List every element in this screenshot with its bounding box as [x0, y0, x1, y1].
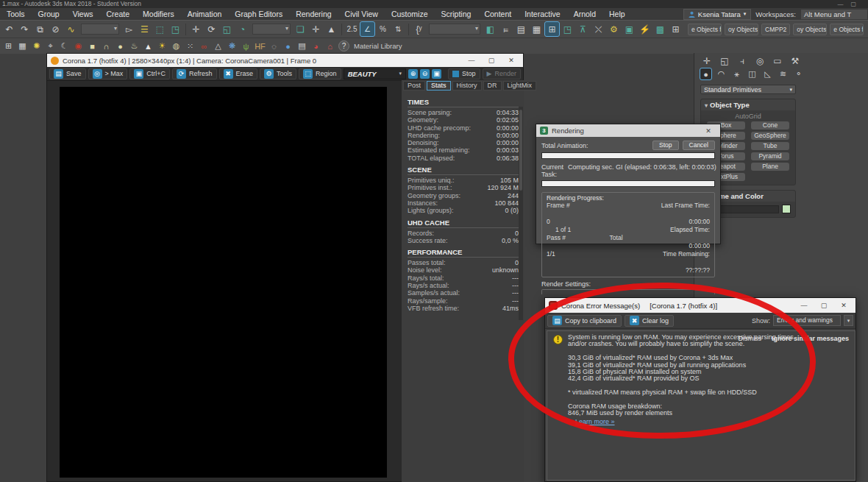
zoom-in-icon[interactable]: ⊕	[408, 69, 418, 79]
curve-editor-icon[interactable]: ◳	[561, 22, 574, 36]
scene-explorer-icon[interactable]: ▤	[514, 22, 528, 36]
minimize-icon[interactable]: —	[463, 57, 480, 64]
menu-item[interactable]: Help	[602, 8, 632, 20]
light-icon[interactable]: ✺	[30, 40, 43, 52]
video-camera-icon[interactable]: ◉	[72, 40, 85, 52]
undo-icon[interactable]: ↶	[2, 22, 16, 36]
fur-flower-icon[interactable]: ❋	[226, 40, 238, 52]
create-tab-icon[interactable]: ✛	[700, 55, 714, 66]
primitives-dropdown[interactable]: Standard Primitives ▾	[700, 85, 796, 94]
stop-button[interactable]: Stop	[448, 68, 480, 79]
primitive-button[interactable]: Cone	[751, 121, 789, 130]
rotate-icon[interactable]: ⟳	[204, 22, 218, 36]
render-ball-icon[interactable]: ◕	[310, 40, 322, 52]
maximize-icon[interactable]: ▢	[483, 57, 499, 64]
grass-icon[interactable]: ψ	[240, 40, 252, 52]
app-minimize-icon[interactable]: —	[837, 1, 850, 7]
render-flags-icon[interactable]: ⊞	[669, 22, 683, 36]
display-tab-icon[interactable]: ▭	[771, 55, 784, 66]
vfb-tab[interactable]: Post	[403, 81, 425, 91]
mirror-tools-icon[interactable]: ⤬	[591, 22, 605, 36]
primitive-button[interactable]: Plane	[751, 163, 789, 171]
custom-script-button[interactable]: e Objects from	[688, 24, 722, 35]
spinner-snap-icon[interactable]: ⇅	[391, 22, 405, 36]
snaps-toggle-icon[interactable]: 2.5	[345, 22, 359, 36]
scrollbar[interactable]	[519, 107, 523, 320]
systems-icon[interactable]: ⚬	[793, 68, 804, 79]
send-to-max-button[interactable]: ◎ > Max	[88, 68, 128, 79]
object-color-swatch[interactable]	[782, 205, 791, 213]
mirror-icon[interactable]: ◧	[483, 22, 497, 36]
dismiss-link[interactable]: Dismiss	[738, 335, 761, 342]
menu-item[interactable]: Content	[477, 8, 518, 20]
vfb-tab[interactable]: DR	[483, 81, 502, 91]
modify-tab-icon[interactable]: ◱	[718, 55, 731, 66]
render-production-icon[interactable]: ⚡	[638, 22, 652, 36]
render-button[interactable]: ▶ Render	[483, 68, 521, 79]
custom-script-button[interactable]: oy Objects to F	[725, 24, 758, 35]
render-pass-dropdown[interactable]: BEAUTY ▾	[344, 68, 406, 79]
cone-icon[interactable]: ▲	[142, 40, 154, 52]
spacewarps-icon[interactable]: ≋	[778, 68, 789, 79]
copy-to-clipboard-button[interactable]: ▤ Copy to clipboard	[547, 315, 622, 327]
select-by-name-icon[interactable]: ☰	[138, 22, 152, 36]
moon-icon[interactable]: ☾	[58, 40, 71, 52]
membrane-icon[interactable]: ◌	[268, 40, 280, 52]
rect-selection-icon[interactable]: ⬚	[153, 22, 167, 36]
use-center-icon[interactable]: ✛	[309, 22, 323, 36]
lights-icon[interactable]: ⚹	[731, 68, 742, 79]
menu-item[interactable]: Interactive	[518, 8, 566, 20]
region-button[interactable]: ⬚ Region	[299, 68, 341, 79]
named-selection-dropdown[interactable]	[429, 24, 480, 35]
utilities-tab-icon[interactable]: ⚒	[789, 55, 802, 66]
vfb-tab[interactable]: LightMix	[503, 81, 537, 91]
unlink-icon[interactable]: ⊘	[49, 22, 63, 36]
object-type-rollout-header[interactable]: ▾Object Type	[701, 99, 795, 110]
ribbon-icon[interactable]: ⊞	[545, 22, 559, 36]
user-account-button[interactable]: Ksenia Tatara ▾	[683, 9, 751, 20]
motion-tab-icon[interactable]: ◎	[753, 55, 766, 66]
sphere-icon[interactable]: ●	[114, 40, 127, 52]
scatter-icon[interactable]: ⁙	[184, 40, 196, 52]
chevron-down-icon[interactable]: ▾	[844, 315, 853, 326]
viewport-layout-icon[interactable]: ⊞	[2, 40, 15, 52]
box-primitive-icon[interactable]: ■	[86, 40, 99, 52]
hierarchy-tab-icon[interactable]: ⫞	[736, 55, 749, 66]
render-setup-icon[interactable]: ⚙	[607, 22, 621, 36]
bind-spacewarp-icon[interactable]: ∿	[64, 22, 78, 36]
select-place-icon[interactable]: ◔	[235, 22, 249, 36]
close-icon[interactable]: ✕	[503, 57, 519, 64]
angle-snap-icon[interactable]: ∠	[360, 22, 374, 36]
selection-filter-dropdown[interactable]	[81, 24, 119, 35]
dome-icon[interactable]: ∩	[100, 40, 113, 52]
menu-item[interactable]: Tools	[0, 8, 32, 20]
menu-item[interactable]: Create	[100, 8, 137, 20]
pivot-icon[interactable]: ❏	[294, 22, 307, 36]
error-window-titlebar[interactable]: Corona Error Message(s) [Corona 1.7 (hot…	[545, 298, 855, 313]
camera-target-icon[interactable]: ⌖	[44, 40, 57, 52]
menu-item[interactable]: Animation	[181, 8, 229, 20]
custom-script-button[interactable]: oy Objects to F	[793, 24, 827, 35]
menu-item[interactable]: Customize	[385, 8, 435, 20]
close-icon[interactable]: ✕	[836, 302, 852, 309]
reference-coordinate-dropdown[interactable]	[252, 24, 291, 35]
window-crossing-icon[interactable]: ◳	[168, 22, 182, 36]
vfb-tab[interactable]: Stats	[427, 81, 451, 91]
maximize-icon[interactable]: ▢	[816, 302, 832, 309]
schematic-view-icon[interactable]: ⊼	[576, 22, 590, 36]
hair-icon[interactable]: HF	[254, 40, 266, 52]
shapes-icon[interactable]: ◠	[716, 68, 727, 79]
ignore-similar-link[interactable]: Ignore similar messages	[772, 335, 849, 342]
app-maximize-icon[interactable]: ▢	[850, 1, 864, 7]
select-link-icon[interactable]: ⧉	[33, 22, 47, 36]
align-icon[interactable]: ⫢	[499, 22, 513, 36]
menu-item[interactable]: Rendering	[289, 8, 338, 20]
teapot-icon[interactable]: ♨	[128, 40, 140, 52]
select-manipulate-icon[interactable]: ▲	[324, 22, 338, 36]
autogrid-checkbox[interactable]: AutoGrid	[701, 110, 795, 121]
clear-log-button[interactable]: ✖ Clear log	[625, 315, 674, 327]
layer-explorer-icon[interactable]: ▦	[530, 22, 544, 36]
zoom-out-icon[interactable]: ⊖	[420, 69, 430, 79]
move-icon[interactable]: ✛	[189, 22, 203, 36]
rendered-frame-icon[interactable]: ▣	[622, 22, 636, 36]
